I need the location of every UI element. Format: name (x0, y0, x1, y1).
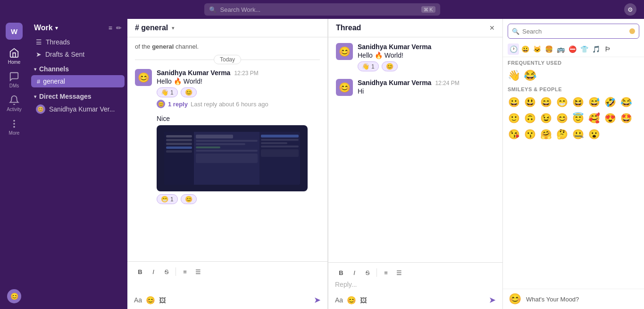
emoji-cat-transport[interactable]: 🚌 (555, 43, 566, 55)
sidebar-item-activity[interactable]: Activity (0, 92, 28, 115)
emoji-grid: 👋 😂 (503, 68, 644, 84)
emoji-input-icon[interactable]: 😊 (146, 296, 155, 305)
dm-label: Direct Messages (39, 93, 92, 100)
emoji-item[interactable]: 🤣 (602, 94, 618, 110)
emoji-cat-objects[interactable]: ⛔ (567, 43, 578, 55)
sidebar-item-home[interactable]: Home (0, 44, 28, 68)
emoji-item[interactable]: 😀 (506, 94, 522, 110)
message-row: 😊 Sanidhya Kumar Verma 12:23 PM Hello 🔥 … (135, 69, 320, 108)
thread-italic-button[interactable]: I (348, 266, 360, 279)
thread-header: Thread ✕ (328, 19, 502, 37)
emoji-status-dot (629, 28, 635, 34)
reaction-chip[interactable]: 👋1 (157, 87, 178, 97)
thread-send-button[interactable]: ➤ (489, 295, 496, 305)
channels-section-header[interactable]: ▾ Channels (28, 60, 127, 75)
emoji-item[interactable]: 🙂 (506, 110, 522, 126)
thread-ordered-list-button[interactable]: ≡ (380, 266, 392, 279)
reaction-chip[interactable]: 😊 (382, 61, 398, 71)
thread-msg2-text: Hi (358, 87, 495, 95)
thread-strikethrough-button[interactable]: S (361, 266, 374, 279)
channel-chevron-icon[interactable]: ▾ (172, 25, 175, 31)
emoji-cat-food[interactable]: 🍔 (543, 43, 554, 55)
reply-info: 😊 1 reply Last reply about 6 hours ago (157, 100, 320, 108)
channel-item-general[interactable]: # general (31, 75, 125, 87)
emoji-item[interactable]: 😆 (570, 94, 586, 110)
emoji-search-input[interactable] (522, 28, 627, 35)
emoji-item[interactable]: 👋 (506, 68, 522, 84)
emoji-item[interactable]: 😇 (570, 110, 586, 126)
image-input-icon[interactable]: 🖼 (159, 296, 166, 304)
thread-image-icon[interactable]: 🖼 (360, 296, 367, 304)
message-reactions-2: 😁1 😊 (157, 194, 320, 204)
message-input-box[interactable] (134, 280, 321, 293)
messages-area: of the general channel. Today 😊 Sanidhya… (127, 37, 327, 261)
italic-button[interactable]: I (147, 266, 159, 278)
emoji-cat-music[interactable]: 🎵 (590, 43, 602, 55)
strikethrough-button[interactable]: S (160, 266, 173, 278)
emoji-item[interactable]: 😂 (618, 94, 634, 110)
emoji-item[interactable]: 😂 (522, 68, 538, 84)
workspace-name[interactable]: Work ▾ (34, 24, 58, 32)
sidebar-item-dms[interactable]: DMs (0, 68, 28, 92)
sidebar-nav-threads[interactable]: ☰ Threads (30, 36, 125, 48)
emoji-item[interactable]: 😍 (602, 110, 618, 126)
emoji-item[interactable]: 😅 (586, 94, 602, 110)
sidebar-item-more[interactable]: More (0, 115, 28, 139)
reply-link[interactable]: 1 reply (168, 101, 188, 108)
compose-icon[interactable]: ✏ (116, 24, 122, 32)
svg-point-0 (14, 120, 15, 121)
emoji-cat-clothing[interactable]: 👕 (578, 43, 590, 55)
reaction-chip[interactable]: 😊 (181, 194, 197, 204)
emoji-item[interactable]: 🙃 (522, 110, 538, 126)
thread-bold-button[interactable]: B (335, 266, 347, 279)
emoji-picker: 🔍 🕐 😀 🐱 🍔 🚌 ⛔ 👕 🎵 🏳 Frequently Used 👋 � (502, 19, 644, 309)
thread-emoji-icon[interactable]: 😊 (347, 296, 356, 305)
emoji-item[interactable]: 🤩 (618, 110, 634, 126)
emoji-item[interactable]: 😮 (586, 126, 602, 142)
thread-text-format-icon[interactable]: Aa (335, 296, 343, 304)
emoji-item[interactable]: 😁 (554, 94, 570, 110)
sidebar: Work ▾ ≡ ✏ ☰ Threads ➤ Drafts & Sent ▾ C… (28, 19, 127, 309)
reaction-chip[interactable]: 😊 (181, 87, 197, 97)
filter-icon[interactable]: ≡ (109, 24, 112, 32)
emoji-item[interactable]: 😗 (522, 126, 538, 142)
emoji-item[interactable]: 🤗 (538, 126, 554, 142)
emoji-grid-smileys: 😀 😃 😄 😁 😆 😅 🤣 😂 🙂 🙃 😉 😊 😇 🥰 😍 🤩 (503, 94, 644, 142)
sidebar-nav-drafts[interactable]: ➤ Drafts & Sent (30, 48, 125, 60)
emoji-item[interactable]: 🤐 (570, 126, 586, 142)
emoji-item[interactable]: 🥰 (586, 110, 602, 126)
emoji-section-title: Frequently Used (503, 57, 644, 68)
bold-button[interactable]: B (134, 266, 146, 278)
thread-unordered-list-button[interactable]: ☰ (393, 266, 405, 279)
dm-item-sanidhya[interactable]: 😊 Sanidhya Kumar Ver... (30, 102, 125, 116)
emoji-item[interactable]: 😊 (554, 110, 570, 126)
emoji-cat-recent[interactable]: 🕐 (508, 43, 519, 55)
message-row: Nice (135, 115, 320, 204)
ordered-list-button[interactable]: ≡ (179, 266, 191, 278)
thread-message-row: 😊 Sanidhya Kumar Verma Hello 🔥 World! 👋1… (336, 43, 495, 71)
emoji-cat-flags[interactable]: 🏳 (602, 43, 613, 55)
unordered-list-button[interactable]: ☰ (192, 266, 204, 278)
thread-close-icon[interactable]: ✕ (489, 24, 495, 32)
text-format-icon[interactable]: Aa (134, 296, 142, 304)
workspace-icon[interactable]: W (6, 23, 23, 40)
emoji-mood-row[interactable]: 😊 What's Your Mood? (503, 289, 644, 309)
reaction-chip[interactable]: 😁1 (157, 194, 178, 204)
send-button[interactable]: ➤ (314, 295, 321, 305)
emoji-item[interactable]: 🤔 (554, 126, 570, 142)
dm-name: Sanidhya Kumar Ver... (49, 105, 115, 113)
avatar: 😊 (336, 43, 353, 60)
emoji-item[interactable]: 😃 (522, 94, 538, 110)
thread-msg2-time: 12:24 PM (435, 80, 459, 86)
thread-reply-input[interactable]: Reply... (335, 281, 496, 293)
emoji-cat-smileys[interactable]: 😀 (519, 43, 531, 55)
dm-section-header[interactable]: ▾ Direct Messages (28, 88, 127, 102)
emoji-item[interactable]: 😉 (538, 110, 554, 126)
reaction-chip[interactable]: 👋1 (358, 61, 379, 71)
emoji-item[interactable]: 😄 (538, 94, 554, 110)
user-avatar[interactable]: 😊 (7, 289, 21, 303)
emoji-item[interactable]: 😘 (506, 126, 522, 142)
search-bar[interactable]: 🔍 Search Work... ⌘ K (204, 3, 440, 16)
channel-context-text: of the general channel. (135, 43, 320, 50)
emoji-cat-animals[interactable]: 🐱 (531, 43, 543, 55)
